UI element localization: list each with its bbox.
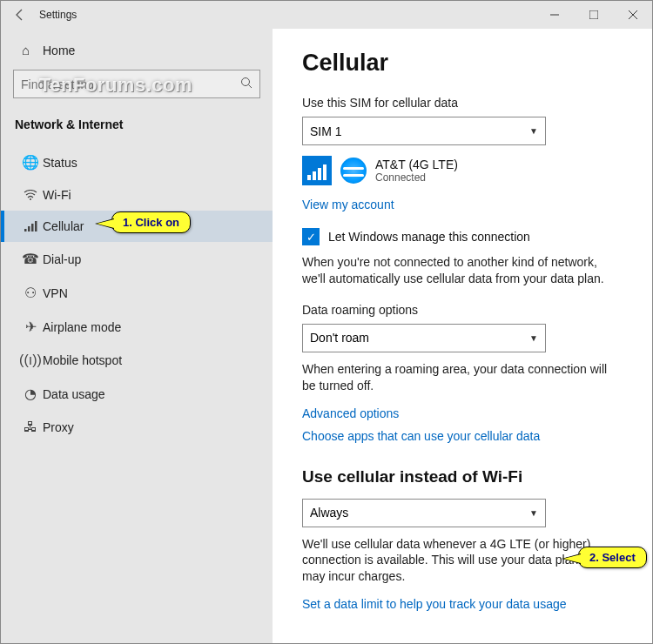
sidebar-item-dialup[interactable]: ☎ Dial-up bbox=[1, 242, 273, 276]
maximize-button[interactable] bbox=[574, 1, 613, 29]
sidebar-item-vpn[interactable]: ⚇ VPN bbox=[1, 276, 273, 310]
home-nav[interactable]: ⌂ Home bbox=[1, 34, 273, 66]
back-button[interactable] bbox=[1, 8, 39, 22]
search-box[interactable] bbox=[13, 70, 260, 98]
datausage-icon: ◔ bbox=[18, 386, 43, 402]
home-label: Home bbox=[43, 44, 75, 57]
sim-label: Use this SIM for cellular data bbox=[302, 96, 623, 110]
svg-point-4 bbox=[242, 77, 250, 85]
choose-apps-link[interactable]: Choose apps that can use your cellular d… bbox=[302, 429, 623, 443]
sidebar-item-datausage[interactable]: ◔ Data usage bbox=[1, 377, 273, 411]
dialup-icon: ☎ bbox=[18, 251, 43, 267]
cellular-icon bbox=[18, 220, 43, 232]
manage-connection-desc: When you're not connected to another kin… bbox=[302, 254, 623, 287]
sidebar-item-proxy[interactable]: 🖧 Proxy bbox=[1, 411, 273, 444]
manage-connection-checkbox[interactable]: ✓ bbox=[302, 228, 320, 245]
roaming-desc: When entering a roaming area, your data … bbox=[302, 361, 623, 394]
wifi-icon bbox=[18, 190, 43, 200]
sidebar-item-hotspot[interactable]: ((ı)) Mobile hotspot bbox=[1, 344, 273, 377]
use-cellular-dropdown[interactable]: Always ▼ bbox=[302, 499, 546, 527]
search-icon bbox=[240, 77, 252, 92]
minimize-button[interactable] bbox=[535, 1, 574, 29]
sidebar-item-wifi[interactable]: Wi-Fi bbox=[1, 179, 273, 211]
svg-rect-10 bbox=[35, 221, 37, 231]
att-logo-icon bbox=[340, 158, 367, 184]
network-tile[interactable]: AT&T (4G LTE) Connected bbox=[302, 156, 623, 185]
svg-rect-8 bbox=[28, 226, 30, 231]
page-heading: Cellular bbox=[302, 50, 623, 77]
title-bar: Settings bbox=[1, 1, 652, 29]
chevron-down-icon: ▼ bbox=[529, 333, 538, 343]
section-header: Network & Internet bbox=[1, 111, 273, 145]
svg-rect-1 bbox=[589, 10, 598, 19]
annotation-callout-1: 1. Click on bbox=[111, 211, 191, 233]
signal-icon bbox=[302, 156, 332, 185]
vpn-icon: ⚇ bbox=[18, 285, 43, 301]
sim-dropdown[interactable]: SIM 1 ▼ bbox=[302, 117, 546, 145]
sidebar-item-status[interactable]: 🌐 Status bbox=[1, 145, 273, 179]
annotation-callout-2: 2. Select bbox=[578, 547, 647, 568]
close-button[interactable] bbox=[613, 1, 652, 29]
svg-line-5 bbox=[249, 84, 252, 88]
airplane-icon: ✈ bbox=[18, 319, 43, 335]
svg-rect-9 bbox=[31, 224, 34, 231]
section-use-cellular: Use cellular instead of Wi-Fi bbox=[302, 467, 623, 486]
proxy-icon: 🖧 bbox=[18, 419, 43, 435]
hotspot-icon: ((ı)) bbox=[18, 352, 43, 368]
search-input[interactable] bbox=[21, 77, 240, 91]
chevron-down-icon: ▼ bbox=[529, 508, 538, 518]
svg-point-6 bbox=[30, 198, 31, 200]
svg-rect-7 bbox=[24, 229, 27, 231]
network-status: Connected bbox=[375, 171, 458, 184]
manage-connection-label: Let Windows manage this connection bbox=[328, 230, 530, 244]
advanced-options-link[interactable]: Advanced options bbox=[302, 406, 623, 420]
app-title: Settings bbox=[39, 9, 77, 21]
home-icon: ⌂ bbox=[22, 43, 43, 57]
chevron-down-icon: ▼ bbox=[529, 126, 538, 136]
roaming-dropdown[interactable]: Don't roam ▼ bbox=[302, 324, 546, 352]
sidebar-item-airplane[interactable]: ✈ Airplane mode bbox=[1, 310, 273, 344]
roaming-label: Data roaming options bbox=[302, 303, 623, 317]
sidebar: ⌂ Home TenForums.com Network & Internet … bbox=[1, 29, 273, 643]
network-name: AT&T (4G LTE) bbox=[375, 158, 458, 171]
view-account-link[interactable]: View my account bbox=[302, 198, 394, 211]
data-limit-link[interactable]: Set a data limit to help you track your … bbox=[302, 597, 567, 611]
globe-icon: 🌐 bbox=[18, 154, 43, 171]
